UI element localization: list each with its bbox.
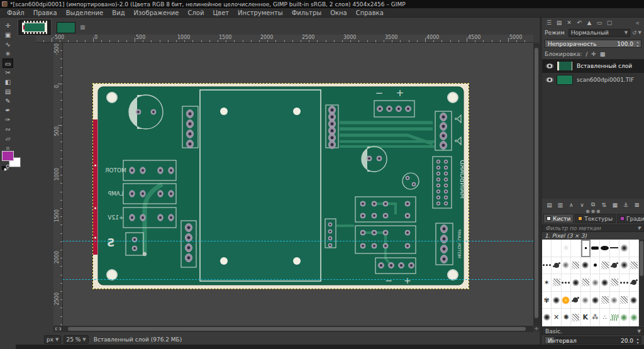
menu-item[interactable]: Цвет — [208, 9, 233, 16]
spinner-arrows[interactable]: ▴▾ — [635, 337, 640, 345]
menu-item[interactable]: Изображение — [130, 9, 184, 16]
menu-item[interactable]: Окна — [326, 9, 352, 16]
brush-cell[interactable]: K — [581, 309, 591, 326]
brush-cell[interactable] — [619, 257, 629, 275]
lock-alpha-icon[interactable]: ▩ — [600, 51, 606, 57]
menu-item[interactable]: Слой — [183, 9, 208, 16]
menu-item[interactable]: Справка — [352, 9, 388, 16]
brush-cell[interactable]: ✾ — [542, 292, 552, 309]
visibility-eye-icon[interactable] — [546, 77, 553, 82]
layer-row[interactable]: scan600dpi0001.TIF — [542, 73, 644, 87]
brush-cell[interactable] — [630, 257, 639, 275]
brush-cell[interactable]: ⁂ — [591, 309, 600, 326]
dock-tab-градиенты[interactable]: Градиенты — [617, 214, 644, 223]
brush-cell[interactable] — [591, 240, 600, 257]
foreground-color-swatch[interactable] — [2, 151, 14, 161]
menu-item[interactable]: Файл — [3, 9, 29, 16]
canvas-viewport[interactable]: MOTOR LAMP +12V S MAINBOARD MOTOR: LAMP … — [63, 43, 533, 326]
brush-cell[interactable] — [562, 274, 571, 292]
layer-row[interactable]: Вставленный слой — [542, 59, 644, 73]
brush-cell[interactable] — [581, 240, 591, 257]
menu-item[interactable]: Вид — [108, 9, 129, 16]
chevron-down-icon[interactable]: ▼ — [638, 30, 641, 35]
brush-cell[interactable] — [591, 257, 600, 275]
unit-select[interactable]: px▼ — [44, 335, 61, 344]
image-tab-pcb[interactable] — [57, 22, 75, 33]
grid-view-icon[interactable]: ▤ — [554, 19, 564, 26]
airbrush-tool[interactable]: ✑ — [3, 115, 13, 125]
pencil-tool[interactable]: ✎ — [3, 96, 13, 106]
brush-cell[interactable] — [571, 309, 580, 326]
smudge-tool[interactable]: ∾ — [3, 125, 13, 134]
brush-cell[interactable] — [571, 292, 580, 309]
dock-tab-текстуры[interactable]: Текстуры — [575, 214, 616, 223]
layers-dialog-icon[interactable]: ▢ — [604, 19, 614, 26]
duplicate-layer-icon[interactable]: ⧉ — [589, 201, 598, 208]
ink-tool[interactable]: ✒ — [3, 106, 13, 115]
vertical-scrollbar[interactable] — [533, 43, 540, 326]
brush-cell[interactable] — [591, 274, 600, 292]
anchor-layer-icon[interactable]: ⚓ — [621, 202, 631, 208]
brush-cell[interactable] — [630, 309, 639, 326]
crop-tool[interactable]: ✂ — [3, 68, 13, 77]
brush-cell[interactable] — [619, 292, 629, 309]
brush-cell[interactable] — [562, 292, 571, 309]
brush-cell[interactable] — [619, 274, 629, 292]
gradient-tool[interactable]: ▤ — [3, 87, 13, 96]
brush-cell[interactable] — [619, 309, 629, 326]
brush-cell[interactable] — [610, 257, 619, 275]
dock-drag-handle[interactable]: ● ● ● — [542, 209, 644, 213]
brush-cell[interactable] — [610, 274, 619, 292]
opacity-slider[interactable]: Непрозрачность 100.0 ▴▾ — [545, 40, 641, 48]
configure-tab-icon[interactable]: ◃ — [632, 19, 642, 26]
undo-history-icon[interactable]: ↶ — [574, 19, 584, 26]
quick-mask-toggle[interactable] — [53, 326, 63, 332]
brush-cell[interactable]: ∴ — [600, 309, 609, 326]
fuzzy-select-tool[interactable]: ✳ — [3, 49, 13, 58]
brush-cell[interactable] — [552, 257, 561, 275]
brush-cell[interactable] — [600, 257, 609, 275]
close-dock-icon[interactable]: ✕ — [564, 19, 574, 26]
brush-cell[interactable] — [600, 240, 609, 257]
brush-cell[interactable] — [542, 257, 552, 275]
brush-preset-select[interactable]: Basic. ▼ — [542, 327, 644, 335]
images-icon[interactable]: ▭ — [594, 19, 604, 26]
menu-item[interactable]: Правка — [29, 9, 62, 16]
horizontal-guide-1[interactable] — [63, 241, 533, 241]
mode-select[interactable]: Нормальный ▼ — [569, 29, 630, 37]
wilber-icon[interactable]: ▲ — [584, 19, 594, 26]
lock-position-icon[interactable]: ✛ — [591, 51, 596, 57]
brush-cell[interactable] — [581, 292, 591, 309]
brush-grid-scrollbar[interactable] — [639, 240, 644, 326]
brush-cell[interactable] — [562, 240, 571, 257]
menu-item[interactable]: Фильтры — [287, 9, 326, 16]
brush-cell[interactable] — [630, 292, 639, 309]
dock-tab-кисти[interactable]: Кисти — [543, 214, 574, 223]
brush-cell[interactable] — [581, 274, 591, 292]
brush-cell[interactable] — [562, 257, 571, 275]
rectangle-select-tool[interactable]: ▭ — [3, 58, 13, 68]
menu-item[interactable]: Выделение — [62, 9, 108, 16]
default-colors-icon[interactable] — [2, 166, 7, 171]
lower-layer-icon[interactable]: ∨ — [577, 202, 587, 208]
brush-cell[interactable] — [552, 292, 561, 309]
brush-cell[interactable] — [630, 274, 639, 292]
alignment-tool[interactable]: ▣ — [3, 30, 13, 40]
bucket-fill-tool[interactable]: ◧ — [3, 77, 13, 87]
merge-layer-icon[interactable]: ⇅ — [599, 202, 609, 208]
move-tool[interactable]: ✛ — [3, 21, 13, 30]
free-select-tool[interactable]: ∿ — [3, 40, 13, 49]
delete-layer-icon[interactable]: ⊠ — [632, 202, 641, 208]
new-group-icon[interactable]: ▥ — [555, 202, 565, 208]
spacing-slider[interactable]: Интервал 20.0 ▴▾ — [545, 336, 641, 344]
brush-cell[interactable] — [542, 240, 552, 257]
horizontal-guide-2[interactable] — [63, 279, 533, 280]
brush-cell[interactable] — [571, 240, 580, 257]
brush-cell[interactable]: ✕ — [552, 309, 561, 326]
brush-cell[interactable] — [600, 274, 609, 292]
visibility-eye-icon[interactable] — [546, 64, 553, 69]
raise-layer-icon[interactable]: ∧ — [567, 202, 576, 208]
menu-item[interactable]: Инструменты — [233, 9, 287, 16]
brush-cell[interactable] — [552, 240, 561, 257]
brush-cell[interactable] — [610, 240, 619, 257]
